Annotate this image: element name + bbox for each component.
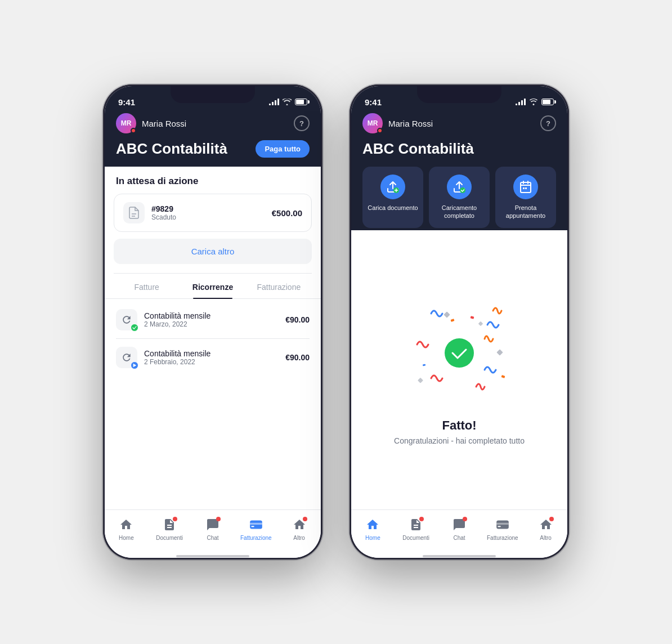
nav-chat-1[interactable]: Chat — [191, 515, 235, 543]
documenti-dot-1 — [173, 517, 177, 521]
user-row-2: MR Maria Rossi ? — [362, 113, 556, 133]
avatar-2: MR — [362, 113, 383, 133]
invoice-icon — [123, 202, 145, 223]
home-indicator-2 — [351, 554, 567, 558]
nav-home-1[interactable]: Home — [105, 515, 148, 543]
home-indicator-1 — [105, 554, 321, 558]
nav-documenti-1[interactable]: Documenti — [148, 515, 191, 543]
rec-amount-2: €90.00 — [285, 353, 310, 362]
upload-doc-icon — [380, 175, 405, 199]
action-grid: Carica documento Caricamento completato — [362, 158, 556, 228]
rec-badge-blue — [131, 361, 138, 369]
documenti-dot-2 — [419, 517, 424, 521]
nav-label-billing-1: Fatturazione — [240, 535, 272, 541]
nav-fatturazione-1[interactable]: Fatturazione — [234, 515, 277, 543]
svg-rect-22 — [498, 526, 500, 527]
svg-rect-18 — [423, 364, 425, 366]
nav-chat-2[interactable]: Chat — [438, 515, 481, 543]
svg-rect-5 — [251, 526, 254, 527]
nav-documenti-2[interactable]: Documenti — [395, 515, 438, 543]
action-book-appt[interactable]: Prenota appuntamento — [495, 167, 556, 228]
tab-fatturazione[interactable]: Fatturazione — [246, 276, 312, 298]
nav-label-billing-2: Fatturazione — [487, 535, 518, 541]
battery-icon — [295, 99, 307, 105]
billing-icon-wrap-1 — [248, 517, 264, 533]
action-label-2: Prenota appuntamento — [500, 204, 552, 220]
svg-point-7 — [460, 187, 465, 193]
notch-2 — [417, 86, 501, 103]
status-icons-1 — [269, 99, 307, 105]
documenti-icon-wrap — [162, 517, 177, 533]
home-icon-1 — [119, 518, 133, 531]
action-upload-done[interactable]: Caricamento completato — [429, 167, 490, 228]
header-title-row-1: ABC Contabilità Paga tutto — [116, 140, 310, 158]
svg-point-11 — [445, 338, 474, 368]
calendar-icon — [519, 180, 532, 194]
nav-label-chat-2: Chat — [453, 535, 465, 541]
rec-name-2: Contabilità mensile — [144, 349, 279, 358]
nav-altro-2[interactable]: Altro — [524, 515, 567, 543]
action-label-1: Caricamento completato — [433, 204, 485, 220]
status-time-1: 9:41 — [118, 97, 135, 107]
rec-amount-1: €90.00 — [285, 315, 310, 324]
recurring-item-1[interactable]: Contabilità mensile 2 Marzo, 2022 €90.00 — [105, 301, 321, 338]
svg-rect-9 — [523, 187, 525, 189]
svg-rect-13 — [496, 349, 503, 355]
svg-rect-19 — [501, 375, 505, 378]
invoice-card[interactable]: #9829 Scaduto €500.00 — [114, 194, 312, 232]
rec-icon-2 — [116, 347, 137, 368]
invoice-info: #9829 Scaduto — [151, 204, 265, 221]
header-2: MR Maria Rossi ? ABC Contabilità — [351, 111, 567, 230]
rec-name-1: Contabilità mensile — [144, 311, 279, 320]
app-title-1: ABC Contabilità — [116, 140, 227, 158]
recurring-item-2[interactable]: Contabilità mensile 2 Febbraio, 2022 €90… — [105, 339, 321, 376]
wifi-icon-2 — [529, 99, 538, 105]
nav-label-altro-1: Altro — [293, 535, 305, 541]
success-area: Fatto! Congratulazioni - hai completato … — [351, 232, 567, 509]
bottom-nav-1: Home Documenti — [105, 509, 321, 554]
bottom-nav-2: Home Documenti — [351, 509, 567, 554]
tab-ricorrenze[interactable]: Ricorrenze — [180, 276, 245, 298]
altro-icon-wrap-2 — [538, 517, 554, 533]
app-title-2: ABC Contabilità — [362, 140, 474, 157]
pending-section-title: In attesa di azione — [105, 167, 321, 194]
rec-badge-green — [131, 324, 138, 332]
home-icon-wrap — [118, 517, 134, 533]
svg-rect-12 — [443, 311, 450, 317]
chat-icon-wrap-2 — [451, 517, 467, 533]
nav-home-2[interactable]: Home — [351, 515, 395, 543]
tab-fatture[interactable]: Fatture — [114, 276, 180, 298]
confetti-svg — [397, 297, 521, 409]
svg-rect-15 — [478, 321, 483, 326]
pay-all-button[interactable]: Paga tutto — [256, 140, 310, 158]
nav-label-altro-2: Altro — [540, 535, 552, 541]
nav-label-documenti-2: Documenti — [402, 535, 429, 541]
load-more-button[interactable]: Carica altro — [114, 239, 312, 264]
invoice-number: #9829 — [151, 204, 265, 213]
battery-icon-2 — [541, 99, 554, 105]
nav-label-home-1: Home — [119, 535, 134, 541]
svg-rect-16 — [450, 319, 454, 322]
tabs-1: Fatture Ricorrenze Fatturazione — [105, 274, 321, 299]
chat-icon-wrap-1 — [205, 517, 221, 533]
svg-rect-4 — [250, 523, 262, 525]
success-subtitle: Congratulazioni - hai completato tutto — [394, 436, 525, 445]
home-icon-2 — [366, 518, 379, 531]
document-icon — [128, 207, 140, 219]
check-icon-small — [132, 326, 137, 329]
user-name-2: Maria Rossi — [388, 119, 433, 128]
success-title: Fatto! — [442, 418, 476, 433]
help-button-1[interactable]: ? — [294, 115, 310, 131]
action-upload-doc[interactable]: Carica documento — [362, 167, 423, 228]
header-1: MR Maria Rossi ? ABC Contabilità Paga tu… — [105, 111, 321, 167]
nav-fatturazione-2[interactable]: Fatturazione — [481, 515, 524, 543]
svg-rect-14 — [418, 378, 423, 383]
nav-altro-1[interactable]: Altro — [277, 515, 321, 543]
user-info-2: MR Maria Rossi — [362, 113, 433, 133]
refresh-icon-2 — [121, 352, 132, 363]
svg-rect-21 — [496, 523, 509, 525]
wifi-icon — [283, 99, 292, 105]
invoice-amount: €500.00 — [272, 208, 302, 218]
help-button-2[interactable]: ? — [540, 115, 556, 131]
rec-info-2: Contabilità mensile 2 Febbraio, 2022 — [144, 349, 279, 366]
